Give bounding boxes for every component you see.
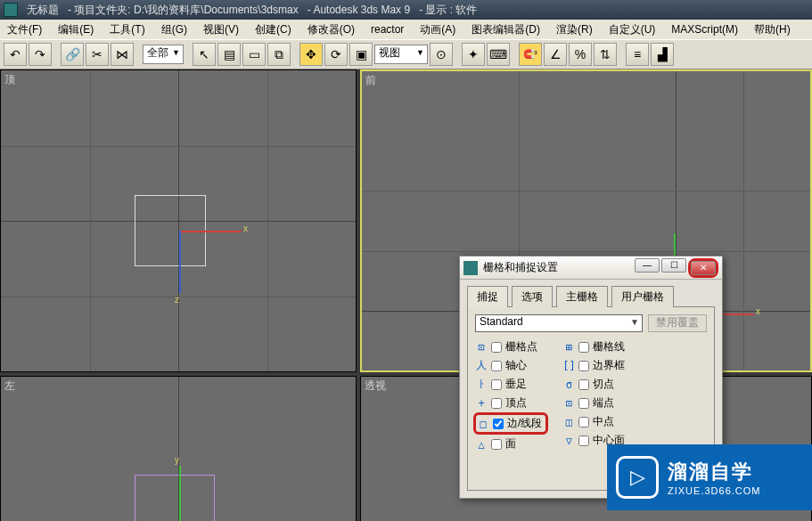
edge-label: 边/线段	[507, 416, 542, 431]
title-app: - Autodesk 3ds Max 9	[308, 4, 410, 16]
menu-tools[interactable]: 工具(T)	[106, 20, 148, 39]
app-icon	[4, 3, 18, 17]
watermark-url: ZIXUE.3D66.COM	[668, 485, 760, 496]
named-selection-button[interactable]: ≡	[626, 43, 649, 66]
edge-option-highlight: □边/线段	[473, 412, 548, 435]
edge-icon: □	[477, 418, 489, 430]
select-manipulate-button[interactable]: ✦	[462, 43, 485, 66]
link-button[interactable]: 🔗	[61, 43, 84, 66]
bbox-label: 边界框	[593, 358, 625, 373]
selection-filter-dropdown[interactable]: 全部	[143, 45, 184, 64]
menu-views[interactable]: 视图(V)	[200, 20, 242, 39]
vertex-checkbox[interactable]	[491, 398, 502, 409]
grid-points-icon: ⊡	[475, 341, 488, 354]
tab-user-grids[interactable]: 用户栅格	[611, 286, 674, 307]
viewport-front-label: 前	[365, 73, 376, 88]
menu-create[interactable]: 创建(C)	[251, 20, 295, 39]
menu-animation[interactable]: 动画(A)	[416, 20, 459, 39]
redo-button[interactable]: ↷	[29, 43, 52, 66]
grid-lines-icon: ⊞	[562, 341, 575, 354]
select-rotate-button[interactable]: ⟳	[324, 43, 348, 66]
menu-group[interactable]: 组(G)	[158, 20, 191, 39]
pivot-checkbox[interactable]	[491, 361, 502, 371]
bbox-icon: []	[562, 360, 575, 372]
use-pivot-center-button[interactable]: ⊙	[430, 43, 453, 66]
snap-toggle-button[interactable]: 🧲³	[519, 43, 542, 66]
face-checkbox[interactable]	[491, 439, 502, 450]
main-toolbar: ↶ ↷ 🔗 ✂ ⋈ 全部 ↖ ▤ ▭ ⧉ ✥ ⟳ ▣ 视图 ⊙ ✦ ⌨ 🧲³ ∠…	[0, 39, 812, 69]
title-untitled: 无标题	[27, 3, 59, 18]
title-project: - 项目文件夹: D:\我的资料库\Documents\3dsmax	[68, 3, 299, 18]
tangent-icon: σ	[562, 379, 575, 391]
viewport-left[interactable]: 左 y z	[0, 376, 357, 521]
tab-options[interactable]: 选项	[512, 286, 553, 307]
dialog-tabs: 捕捉 选项 主栅格 用户栅格	[460, 280, 722, 306]
dialog-icon	[463, 261, 478, 275]
title-display: - 显示 : 软件	[419, 3, 477, 18]
dialog-minimize-button[interactable]: —	[635, 258, 660, 273]
ref-coord-dropdown[interactable]: 视图	[374, 45, 428, 64]
menu-maxscript[interactable]: MAXScript(M)	[668, 21, 742, 37]
perpendicular-label: 垂足	[505, 377, 527, 392]
disable-override-button: 禁用覆盖	[648, 314, 707, 332]
bind-space-warp-button[interactable]: ⋈	[111, 43, 134, 66]
menu-help[interactable]: 帮助(H)	[750, 20, 794, 39]
undo-button[interactable]: ↶	[4, 43, 27, 66]
grid-lines-checkbox[interactable]	[578, 342, 589, 353]
perpendicular-checkbox[interactable]	[491, 379, 502, 390]
viewport-top[interactable]: 顶 x z	[0, 69, 357, 372]
menu-graph[interactable]: 图表编辑器(D)	[468, 20, 544, 39]
dialog-title-text: 栅格和捕捉设置	[483, 260, 558, 275]
tab-home-grid[interactable]: 主栅格	[556, 286, 608, 307]
unlink-button[interactable]: ✂	[86, 43, 109, 66]
grid-lines-label: 栅格线	[593, 339, 625, 354]
menu-file[interactable]: 文件(F)	[4, 20, 45, 39]
grid-points-checkbox[interactable]	[491, 342, 502, 353]
select-by-name-button[interactable]: ▤	[217, 43, 241, 66]
select-object-button[interactable]: ↖	[193, 43, 216, 66]
dialog-maximize-button[interactable]: ☐	[661, 258, 686, 273]
face-label: 面	[505, 436, 516, 452]
endpoint-icon: ⊡	[562, 397, 575, 410]
menu-reactor[interactable]: reactor	[367, 21, 407, 37]
select-move-button[interactable]: ✥	[299, 43, 323, 66]
window-crossing-button[interactable]: ⧉	[267, 43, 291, 66]
viewport-top-label: 顶	[4, 72, 15, 87]
vertex-icon: +	[475, 397, 488, 410]
mirror-button[interactable]: ▟	[651, 43, 674, 66]
midpoint-icon: ◫	[562, 416, 575, 428]
close-button-highlight: ✕	[688, 258, 718, 278]
menu-modifiers[interactable]: 修改器(O)	[304, 20, 358, 39]
endpoint-label: 端点	[593, 395, 614, 411]
watermark-banner: ▷ 溜溜自学 ZIXUE.3D66.COM	[607, 444, 812, 510]
select-scale-button[interactable]: ▣	[349, 43, 373, 66]
dialog-titlebar[interactable]: 栅格和捕捉设置 — ☐ ✕	[460, 256, 722, 280]
angle-snap-button[interactable]: ∠	[544, 43, 567, 66]
window-titlebar: 无标题 - 项目文件夹: D:\我的资料库\Documents\3dsmax -…	[0, 0, 812, 20]
keyboard-shortcut-button[interactable]: ⌨	[487, 43, 510, 66]
center-face-checkbox[interactable]	[578, 436, 589, 446]
face-icon: △	[475, 438, 488, 451]
bbox-checkbox[interactable]	[578, 361, 589, 371]
edge-checkbox[interactable]	[493, 419, 504, 429]
menu-edit[interactable]: 编辑(E)	[54, 20, 97, 39]
grid-points-label: 栅格点	[505, 339, 537, 354]
select-region-rect-button[interactable]: ▭	[242, 43, 266, 66]
snap-options-right-column: ⊞栅格线 []边界框 σ切点 ⊡端点 ◫中点 ▽中心面	[562, 339, 625, 452]
main-menubar: 文件(F) 编辑(E) 工具(T) 组(G) 视图(V) 创建(C) 修改器(O…	[0, 20, 812, 39]
menu-rendering[interactable]: 渲染(R)	[553, 20, 596, 39]
dialog-close-button[interactable]: ✕	[691, 261, 716, 275]
spinner-snap-button[interactable]: ⇅	[594, 43, 617, 66]
endpoint-checkbox[interactable]	[578, 398, 589, 409]
tangent-checkbox[interactable]	[578, 379, 589, 390]
watermark-play-icon: ▷	[616, 456, 659, 499]
pivot-icon: 人	[475, 358, 488, 373]
snap-type-dropdown[interactable]: Standard	[475, 314, 643, 332]
vertex-label: 顶点	[505, 395, 527, 411]
percent-snap-button[interactable]: %	[569, 43, 592, 66]
watermark-brand: 溜溜自学	[668, 459, 760, 485]
midpoint-checkbox[interactable]	[578, 417, 589, 427]
tab-snaps[interactable]: 捕捉	[467, 286, 508, 307]
perpendicular-icon: ㅏ	[475, 377, 488, 392]
menu-customize[interactable]: 自定义(U)	[605, 20, 660, 39]
